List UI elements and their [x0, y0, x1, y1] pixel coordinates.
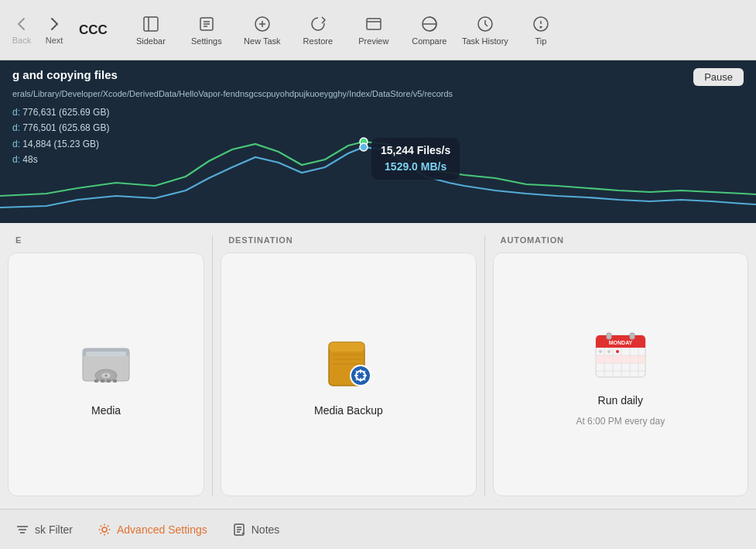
svg-point-19: [360, 143, 368, 151]
backup-icon: [317, 333, 379, 395]
disk-icon: [75, 333, 137, 395]
progress-banner: g and copying files Pause erals/Library/…: [0, 60, 756, 223]
source-label: E: [8, 235, 22, 245]
filter-icon: [15, 523, 29, 537]
svg-rect-9: [367, 19, 381, 29]
destination-label: DESTINATION: [221, 235, 292, 245]
svg-rect-25: [94, 379, 98, 383]
source-panel: E Media: [0, 223, 212, 509]
main-content: E Media DESTINATION: [0, 223, 756, 509]
toolbar-compare-button[interactable]: Compare: [402, 7, 457, 53]
automation-label: AUTOMATION: [493, 235, 564, 245]
svg-point-66: [102, 527, 107, 532]
toolbar: Back Next CCC Sidebar Setti: [0, 0, 756, 60]
source-name: Media: [91, 404, 121, 417]
task-filter-label: sk Filter: [35, 523, 73, 536]
toolbar-restore-button[interactable]: Restore: [290, 7, 346, 53]
svg-rect-29: [86, 352, 126, 356]
advanced-settings-button[interactable]: Advanced Settings: [97, 523, 207, 537]
svg-point-58: [599, 350, 602, 353]
svg-rect-57: [596, 355, 645, 363]
toolbar-items: Sidebar Settings New Task: [123, 7, 750, 53]
automation-name: Run daily: [598, 394, 643, 407]
svg-rect-0: [144, 17, 158, 31]
app-title: CCC: [79, 22, 108, 38]
toolbar-task-history-button[interactable]: Task History: [457, 7, 513, 53]
svg-text:MONDAY: MONDAY: [609, 340, 633, 345]
pause-button[interactable]: Pause: [693, 68, 744, 86]
svg-rect-62: [630, 333, 635, 339]
progress-path: erals/Library/Developer/Xcode/DerivedDat…: [12, 89, 744, 98]
task-filter-button[interactable]: sk Filter: [15, 523, 73, 537]
progress-header: g and copying files Pause: [12, 68, 744, 86]
svg-point-17: [540, 26, 542, 28]
nav-buttons: Back Next: [6, 7, 70, 53]
automation-card[interactable]: MONDAY Run daily At: [493, 252, 748, 496]
compare-label: Compare: [412, 36, 446, 46]
svg-point-24: [105, 374, 108, 376]
task-history-label: Task History: [462, 36, 508, 46]
back-button[interactable]: Back: [6, 7, 37, 53]
toolbar-sidebar-button[interactable]: Sidebar: [123, 7, 179, 53]
notes-button[interactable]: Notes: [232, 523, 280, 537]
restore-label: Restore: [303, 36, 334, 46]
svg-rect-27: [107, 379, 111, 383]
new-task-label: New Task: [244, 36, 280, 46]
destination-card[interactable]: Media Backup: [221, 252, 476, 496]
toolbar-settings-button[interactable]: Settings: [179, 7, 234, 53]
gear-icon: [97, 523, 111, 537]
destination-name: Media Backup: [314, 404, 383, 417]
svg-rect-26: [101, 379, 104, 383]
toolbar-preview-button[interactable]: Preview: [346, 7, 402, 53]
advanced-settings-label: Advanced Settings: [117, 523, 207, 536]
svg-point-59: [607, 350, 611, 353]
sidebar-label: Sidebar: [136, 36, 166, 46]
automation-panel: AUTOMATION MONDAY: [485, 223, 756, 509]
bottom-bar: sk Filter Advanced Settings Notes: [0, 509, 756, 549]
svg-rect-61: [607, 333, 611, 339]
settings-label: Settings: [191, 36, 222, 46]
toolbar-new-task-button[interactable]: New Task: [234, 7, 290, 53]
toolbar-tip-button[interactable]: Tip: [513, 7, 569, 53]
svg-rect-31: [329, 342, 364, 352]
next-button[interactable]: Next: [39, 7, 70, 53]
preview-label: Preview: [358, 36, 388, 46]
notes-icon: [232, 523, 246, 537]
svg-point-35: [351, 365, 371, 386]
next-label: Next: [46, 36, 63, 45]
automation-icon: MONDAY: [590, 323, 652, 385]
source-card[interactable]: Media: [8, 252, 204, 496]
stat-row-0: d: 776,631 (625.69 GB): [12, 105, 744, 120]
svg-point-60: [616, 350, 619, 353]
progress-title: g and copying files: [12, 68, 118, 81]
notes-label: Notes: [251, 523, 280, 536]
automation-sub: At 6:00 PM every day: [576, 416, 665, 427]
tip-label: Tip: [535, 36, 546, 46]
destination-panel: DESTINATION: [213, 223, 484, 509]
svg-rect-28: [113, 379, 117, 383]
chart-area: 15,244 Files/s 1529.0 MB/s: [0, 130, 756, 223]
back-label: Back: [12, 36, 31, 45]
